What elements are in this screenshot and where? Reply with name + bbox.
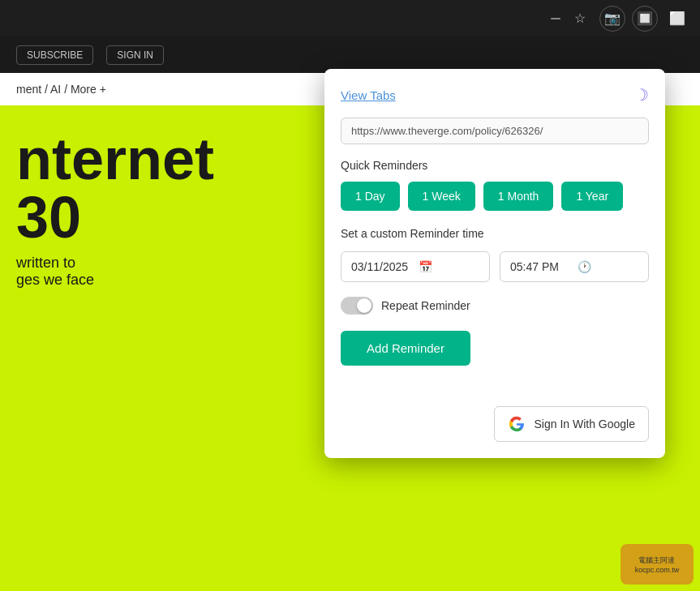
google-signin-button[interactable]: Sign In With Google (494, 406, 649, 442)
google-logo (508, 415, 526, 433)
custom-reminder-label: Set a custom Reminder time (341, 227, 649, 240)
time-value: 05:47 PM (510, 260, 571, 273)
1year-button[interactable]: 1 Year (561, 182, 623, 211)
url-input-row (341, 118, 649, 144)
date-field[interactable]: 03/11/2025 📅 (341, 251, 490, 282)
1month-button[interactable]: 1 Month (483, 182, 554, 211)
google-signin-label: Sign In With Google (534, 418, 635, 430)
popup-header: View Tabs ☽ (341, 85, 649, 105)
repeat-reminder-row: Repeat Reminder (341, 297, 649, 315)
browser-topbar: ☆ 📷 🔲 ⬜ (0, 0, 700, 36)
extension-icon2[interactable]: ⬜ (664, 6, 690, 32)
subscribe-button[interactable]: SUBSCRIBE (16, 45, 93, 65)
nav-links: ment / AI / More + (16, 83, 106, 96)
reminder-popup: View Tabs ☽ Quick Reminders 1 Day 1 Week… (324, 69, 665, 458)
repeat-toggle[interactable] (341, 297, 373, 315)
toggle-knob (357, 298, 371, 313)
moon-icon[interactable]: ☽ (634, 85, 649, 105)
topbar-icons: ☆ 📷 🔲 ⬜ (567, 6, 690, 32)
date-value: 03/11/2025 (351, 260, 412, 273)
watermark: 電腦主阿達kocpc.com.tw (621, 544, 694, 585)
quick-reminders-label: Quick Reminders (341, 159, 649, 172)
minimize-btn[interactable] (551, 18, 560, 19)
datetime-row: 03/11/2025 📅 05:47 PM 🕐 (341, 251, 649, 282)
website-dark-nav: SUBSCRIBE SIGN IN (0, 36, 700, 73)
screenshot-icon[interactable]: 📷 (599, 6, 625, 32)
calendar-icon[interactable]: 📅 (419, 260, 479, 273)
clock-icon[interactable]: 🕐 (578, 260, 638, 273)
sign-in-row: Sign In With Google (341, 406, 649, 442)
url-input[interactable] (341, 118, 649, 144)
star-icon[interactable]: ☆ (567, 6, 593, 32)
repeat-label: Repeat Reminder (381, 299, 470, 312)
signin-button[interactable]: SIGN IN (106, 45, 164, 65)
watermark-text: 電腦主阿達kocpc.com.tw (635, 555, 680, 574)
time-field[interactable]: 05:47 PM 🕐 (500, 251, 649, 282)
1day-button[interactable]: 1 Day (341, 182, 400, 211)
1week-button[interactable]: 1 Week (408, 182, 475, 211)
quick-reminders-row: 1 Day 1 Week 1 Month 1 Year (341, 182, 649, 211)
extension-icon1[interactable]: 🔲 (632, 6, 658, 32)
view-tabs-link[interactable]: View Tabs (341, 88, 396, 102)
add-reminder-button[interactable]: Add Reminder (341, 331, 470, 366)
